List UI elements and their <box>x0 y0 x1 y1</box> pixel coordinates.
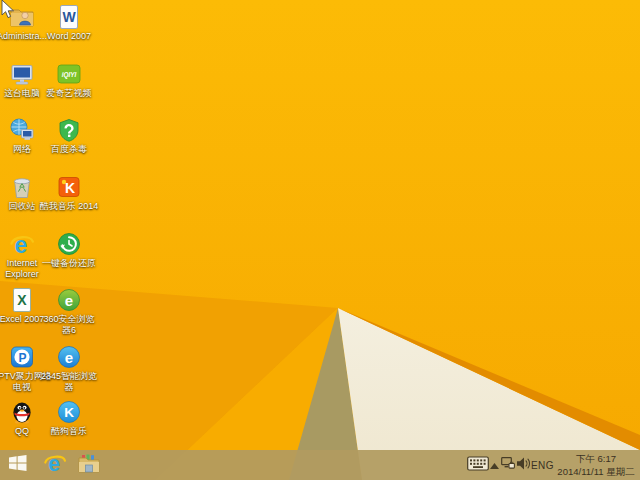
desktop-icon-kuwo-music[interactable]: K 酷我音乐 2014 <box>39 174 99 212</box>
clock-date: 2014/11/11 星期二 <box>553 465 639 478</box>
network-status-icon <box>501 456 515 474</box>
desktop-icon-word-2007[interactable]: W Word 2007 <box>39 4 99 42</box>
desktop-icon-label: 酷我音乐 2014 <box>39 201 99 212</box>
desktop-icon-label: 百度杀毒 <box>39 144 99 155</box>
iqiyi-icon: iQIYI <box>56 61 82 87</box>
start-button[interactable] <box>0 450 36 480</box>
mouse-cursor <box>1 0 15 23</box>
show-hidden-icons-button[interactable] <box>488 450 500 480</box>
file-explorer-icon <box>78 454 100 477</box>
clock-time: 下午 6:17 <box>553 452 639 465</box>
network-globe-icon <box>9 117 35 143</box>
svg-text:e: e <box>65 292 73 309</box>
desktop-icon-label: 酷狗音乐 <box>39 426 99 437</box>
taskbar-ie-button[interactable]: e <box>40 450 70 480</box>
desktop-icon-label: 360安全浏览器6 <box>39 314 99 336</box>
desktop-icon-onekey-backup[interactable]: 一键备份还原 <box>39 231 99 269</box>
backup-restore-icon <box>56 231 82 257</box>
taskbar-clock[interactable]: 下午 6:17 2014/11/11 星期二 <box>553 452 639 478</box>
svg-text:e: e <box>15 232 28 258</box>
windows-start-icon <box>9 455 27 475</box>
network-tray-button[interactable] <box>500 450 516 480</box>
desktop-icon-label: Word 2007 <box>39 31 99 42</box>
desktop-icon-label: 一键备份还原 <box>39 258 99 269</box>
svg-text:X: X <box>17 292 27 308</box>
word-document-icon: W <box>56 4 82 30</box>
volume-tray-button[interactable] <box>516 450 532 480</box>
desktop-screen: Administra... W Word 2007 这台电脑 iQIYI <box>0 0 640 480</box>
recycle-bin-icon <box>9 174 35 200</box>
2345-browser-icon: e <box>56 344 82 370</box>
volume-icon <box>517 456 531 474</box>
svg-text:W: W <box>62 9 76 25</box>
kugou-music-icon: K <box>56 399 82 425</box>
touch-keyboard-button[interactable] <box>466 450 490 480</box>
svg-text:P: P <box>18 351 26 365</box>
svg-text:iQIYI: iQIYI <box>62 71 77 79</box>
touch-keyboard-icon <box>467 456 489 475</box>
language-label: ENG <box>531 460 554 471</box>
desktop-icon-360-browser[interactable]: e 360安全浏览器6 <box>39 287 99 336</box>
computer-monitor-icon <box>9 61 35 87</box>
pptv-icon: P <box>9 344 35 370</box>
desktop-icon-2345-browser[interactable]: e 2345智能浏览器 <box>39 344 99 393</box>
360-browser-icon: e <box>56 287 82 313</box>
desktop-icon-label: 2345智能浏览器 <box>39 371 99 393</box>
desktop-icon-kugou-music[interactable]: K 酷狗音乐 <box>39 399 99 437</box>
qq-penguin-icon <box>9 399 35 425</box>
desktop-icon-baidu-antivirus[interactable]: 百度杀毒 <box>39 117 99 155</box>
desktop-icon-label: 爱奇艺视频 <box>39 88 99 99</box>
kuwo-music-icon: K <box>56 174 82 200</box>
shield-icon <box>56 117 82 143</box>
taskbar-explorer-button[interactable] <box>74 450 104 480</box>
excel-document-icon: X <box>9 287 35 313</box>
show-hidden-icons-arrow <box>490 456 499 474</box>
svg-text:e: e <box>65 349 73 366</box>
svg-text:K: K <box>64 405 74 420</box>
svg-text:e: e <box>48 452 60 475</box>
ie-icon: e <box>9 231 35 257</box>
language-indicator[interactable]: ENG <box>531 450 555 480</box>
svg-text:K: K <box>65 180 75 196</box>
ie-icon: e <box>43 451 67 479</box>
desktop-icon-iqiyi-video[interactable]: iQIYI 爱奇艺视频 <box>39 61 99 99</box>
